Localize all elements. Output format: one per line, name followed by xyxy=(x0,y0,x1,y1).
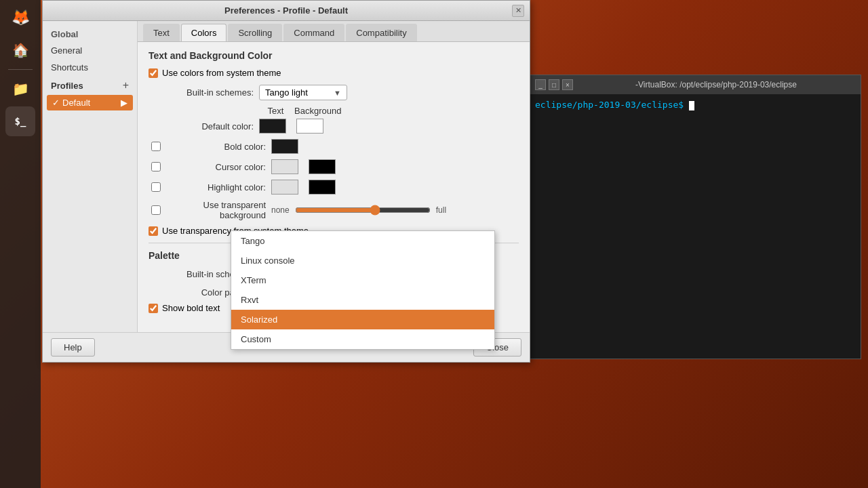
builtin-schemes-dropdown-wrapper: Tango light ▼ xyxy=(259,85,347,100)
sidebar-item-shortcuts[interactable]: Shortcuts xyxy=(43,59,137,76)
tab-command[interactable]: Command xyxy=(283,24,344,41)
default-color-swatches xyxy=(259,119,323,134)
sidebar: Global General Shortcuts Profiles + ✓ De… xyxy=(43,21,138,332)
bold-text-swatch[interactable] xyxy=(271,139,298,154)
dropdown-arrow-icon: ▼ xyxy=(334,89,341,97)
transparent-bg-row: Use transparent background none full xyxy=(149,200,519,220)
default-bg-swatch[interactable] xyxy=(296,119,323,134)
section-title: Text and Background Color xyxy=(149,50,519,61)
tab-text[interactable]: Text xyxy=(143,24,180,41)
cursor-bg-swatch[interactable] xyxy=(309,159,336,174)
tab-bar: Text Colors Scrolling Command Compatibil… xyxy=(138,21,530,42)
highlight-color-row: Highlight color: xyxy=(149,180,519,195)
home-icon[interactable]: 🏠 xyxy=(5,35,35,65)
sidebar-profile-label: Default xyxy=(62,98,90,108)
cursor-color-checkbox[interactable] xyxy=(151,162,161,171)
palette-dropdown-popup: Tango Linux console XTerm Rxvt Solarized… xyxy=(231,230,495,350)
default-color-row: Default color: xyxy=(149,119,519,134)
terminal-prompt: eclipse/php-2019-03/eclipse$ xyxy=(535,100,684,110)
bold-color-checkbox[interactable] xyxy=(151,142,161,151)
tab-compatibility[interactable]: Compatibility xyxy=(346,24,416,41)
sidebar-item-general[interactable]: General xyxy=(43,42,137,59)
dropdown-option-linux-console[interactable]: Linux console xyxy=(231,251,494,270)
tab-scrolling[interactable]: Scrolling xyxy=(228,24,282,41)
desktop: 🦊 🏠 📁 $_ _ □ × -VirtualBox: /opt/eclipse… xyxy=(0,0,868,488)
builtin-schemes-row: Built-in schemes: Tango light ▼ xyxy=(149,85,519,100)
cursor-color-swatches xyxy=(271,159,336,174)
show-bold-text-checkbox[interactable] xyxy=(149,304,158,313)
default-text-swatch[interactable] xyxy=(259,119,286,134)
dropdown-option-custom[interactable]: Custom xyxy=(231,329,494,349)
use-system-theme-checkbox[interactable] xyxy=(149,68,158,78)
profile-arrow-icon: ▶ xyxy=(121,98,127,108)
help-button[interactable]: Help xyxy=(51,338,95,357)
show-bold-text-label: Show bold text xyxy=(162,303,220,313)
bold-color-swatches xyxy=(271,139,298,154)
use-system-theme-label: Use colors from system theme xyxy=(162,68,281,78)
highlight-color-checkbox[interactable] xyxy=(151,182,161,192)
highlight-bg-swatch[interactable] xyxy=(309,180,336,195)
sidebar-profile-default[interactable]: ✓ Default ▶ xyxy=(47,95,133,110)
terminal-window-bg: _ □ × -VirtualBox: /opt/eclipse/php-2019… xyxy=(529,75,861,359)
color-column-headers: Text Background xyxy=(257,106,519,116)
terminal-window-buttons: _ □ × xyxy=(535,79,573,90)
taskbar: 🦊 🏠 📁 $_ xyxy=(0,0,41,488)
dropdown-option-rxvt[interactable]: Rxvt xyxy=(231,290,494,310)
terminal-close-btn[interactable]: × xyxy=(562,79,573,90)
default-color-label: Default color: xyxy=(149,121,254,131)
dialog-close-button[interactable]: ✕ xyxy=(512,5,524,17)
taskbar-divider xyxy=(8,69,33,70)
highlight-color-label: Highlight color: xyxy=(166,182,266,192)
dropdown-option-xterm[interactable]: XTerm xyxy=(231,270,494,290)
builtin-schemes-value: Tango light xyxy=(265,87,308,98)
terminal-content: eclipse/php-2019-03/eclipse$ xyxy=(530,94,861,116)
transparency-slider[interactable] xyxy=(295,205,431,216)
builtin-schemes-label: Built-in schemes: xyxy=(149,87,254,98)
slider-full-label: full xyxy=(436,205,446,215)
sidebar-add-profile-button[interactable]: + xyxy=(123,79,129,92)
bold-color-row: Bold color: xyxy=(149,139,519,154)
cursor-color-label: Cursor color: xyxy=(166,162,266,172)
highlight-color-swatches xyxy=(271,180,336,195)
firefox-icon[interactable]: 🦊 xyxy=(5,3,35,33)
files-icon[interactable]: 📁 xyxy=(5,74,35,104)
dropdown-option-tango[interactable]: Tango xyxy=(231,231,494,251)
bold-color-label: Bold color: xyxy=(166,142,266,152)
terminal-titlebar: _ □ × -VirtualBox: /opt/eclipse/php-2019… xyxy=(530,75,861,94)
slider-none-label: none xyxy=(271,205,290,215)
dropdown-option-solarized[interactable]: Solarized xyxy=(231,310,494,329)
terminal-cursor xyxy=(689,101,694,110)
bg-col-header: Background xyxy=(294,106,332,116)
sidebar-profiles-label: Profiles xyxy=(51,81,83,91)
use-system-theme-row: Use colors from system theme xyxy=(149,68,519,78)
terminal-maximize-btn[interactable]: □ xyxy=(549,79,559,90)
text-col-header: Text xyxy=(257,106,294,116)
use-transparency-system-checkbox[interactable] xyxy=(149,226,158,236)
profile-check-icon: ✓ xyxy=(52,98,60,108)
terminal-minimize-btn[interactable]: _ xyxy=(535,79,546,90)
dialog-title: Preferences - Profile - Default xyxy=(60,5,512,16)
terminal-icon[interactable]: $_ xyxy=(5,106,35,136)
builtin-schemes-dropdown[interactable]: Tango light ▼ xyxy=(259,85,347,100)
cursor-text-swatch[interactable] xyxy=(271,159,298,174)
transparent-bg-checkbox[interactable] xyxy=(151,205,161,215)
highlight-text-swatch[interactable] xyxy=(271,180,298,195)
sidebar-global-label: Global xyxy=(43,26,137,42)
transparent-bg-label: Use transparent background xyxy=(166,200,266,220)
tab-colors[interactable]: Colors xyxy=(181,24,227,41)
sidebar-profiles-header: Profiles + xyxy=(43,76,137,95)
terminal-title: -VirtualBox: /opt/eclipse/php-2019-03/ec… xyxy=(577,80,855,89)
dialog-titlebar: Preferences - Profile - Default ✕ xyxy=(43,1,530,21)
cursor-color-row: Cursor color: xyxy=(149,159,519,174)
